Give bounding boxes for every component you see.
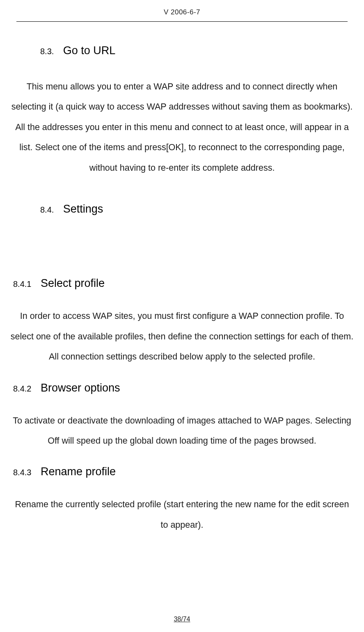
- section-number: 8.3.: [40, 47, 54, 56]
- page-header: V 2006-6-7: [0, 0, 364, 16]
- subsection-8-4-2-heading: 8.4.2 Browser options: [13, 382, 356, 394]
- subsection-number: 8.4.1: [13, 279, 31, 289]
- subsection-8-4-3-heading: 8.4.3 Rename profile: [13, 465, 356, 478]
- page-number: 38/74: [174, 616, 190, 623]
- subsection-8-4-1-body: In order to access WAP sites, you must f…: [8, 306, 356, 367]
- section-8-3-heading: 8.3. Go to URL: [40, 44, 356, 57]
- document-content: 8.3. Go to URL This menu allows you to e…: [0, 22, 364, 535]
- section-8-3-body: This menu allows you to enter a WAP site…: [8, 77, 356, 178]
- header-version: V 2006-6-7: [164, 8, 200, 16]
- subsection-title: Browser options: [41, 382, 120, 394]
- subsection-8-4-2-body: To activate or deactivate the downloadin…: [8, 411, 356, 451]
- section-number: 8.4.: [40, 205, 54, 214]
- section-8-4-heading: 8.4. Settings: [40, 203, 356, 215]
- subsection-title: Rename profile: [41, 465, 116, 478]
- subsection-8-4-3-body: Rename the currently selected profile (s…: [8, 495, 356, 535]
- page-footer: 38/74: [0, 616, 364, 623]
- section-title: Settings: [63, 203, 103, 215]
- subsection-8-4-1-heading: 8.4.1 Select profile: [13, 277, 356, 290]
- subsection-title: Select profile: [41, 277, 105, 289]
- subsection-number: 8.4.3: [13, 468, 31, 477]
- subsection-number: 8.4.2: [13, 384, 31, 393]
- section-title: Go to URL: [63, 44, 116, 57]
